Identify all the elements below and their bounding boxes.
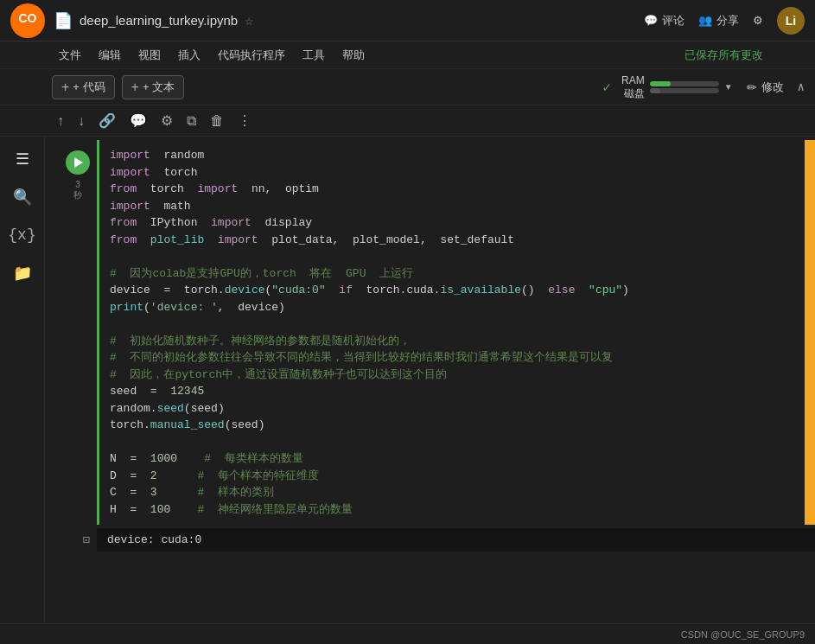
output-gutter: ⊡: [45, 528, 97, 552]
main-layout: ☰ 🔍 {x} 📁 3 秒 import random import: [0, 137, 815, 644]
file-title[interactable]: deep_learning_turkey.ipynb: [80, 13, 238, 28]
drive-icon: 📄: [54, 11, 73, 30]
ram-bar-fill: [650, 81, 671, 86]
saved-label: 已保存所有更改: [684, 48, 763, 63]
cell-time: 3 秒: [73, 180, 82, 201]
share-icon: 👥: [698, 14, 712, 27]
notebook-area: 3 秒 import random import torch from torc…: [45, 137, 815, 644]
menu-bar: 文件 编辑 视图 插入 代码执行程序 工具 帮助 已保存所有更改: [0, 41, 815, 69]
output-text: device: cuda:0: [107, 533, 201, 546]
cell-time-number: 3: [75, 180, 80, 189]
file-info: 📄 deep_learning_turkey.ipynb ☆: [54, 11, 644, 30]
pencil-icon: ✏: [747, 80, 757, 94]
disk-bar: [650, 88, 719, 93]
avatar[interactable]: Li: [777, 7, 805, 35]
cell-settings-button[interactable]: ⚙: [156, 110, 178, 131]
move-up-button[interactable]: ↑: [52, 111, 69, 131]
add-code-button[interactable]: + + 代码: [52, 75, 115, 99]
status-bar: CSDN @OUC_SE_GROUP9: [0, 623, 815, 644]
disk-text: 磁盘: [624, 87, 645, 99]
menu-tools[interactable]: 工具: [296, 45, 332, 66]
more-cell-button[interactable]: ⋮: [232, 110, 257, 131]
plus-text-icon: +: [131, 80, 139, 95]
disk-bar-fill: [650, 88, 660, 93]
top-bar: CO 📄 deep_learning_turkey.ipynb ☆ 💬 评论 👥…: [0, 0, 815, 41]
menu-view[interactable]: 视图: [131, 45, 168, 66]
cell-time-unit: 秒: [73, 189, 82, 201]
cell-code-content[interactable]: import random import torch from torch im…: [97, 140, 805, 525]
cell-right-indicator: [805, 140, 815, 525]
ram-text: RAM: [621, 74, 645, 86]
menu-help[interactable]: 帮助: [335, 45, 372, 66]
svg-text:CO: CO: [19, 11, 37, 25]
play-icon: [74, 157, 83, 168]
sidebar-menu-icon[interactable]: ☰: [7, 143, 38, 175]
add-text-button[interactable]: + + 文本: [122, 75, 185, 99]
code-cell: 3 秒 import random import torch from torc…: [45, 140, 815, 525]
sidebar-code-icon[interactable]: {x}: [7, 220, 38, 251]
share-button[interactable]: 👥 分享: [698, 13, 739, 29]
left-sidebar: ☰ 🔍 {x} 📁: [0, 137, 45, 644]
edit-button[interactable]: ✏ 修改: [740, 77, 791, 98]
output-expand-icon[interactable]: ⊡: [83, 532, 90, 547]
output-content: device: cuda:0: [97, 528, 815, 552]
link-button[interactable]: 🔗: [93, 110, 121, 131]
ram-label: RAM 磁盘: [621, 74, 645, 99]
comment-cell-button[interactable]: 💬: [124, 110, 152, 131]
plus-icon: +: [61, 80, 69, 95]
toolbar: + + 代码 + + 文本 ✓ RAM 磁盘 ▼ ✏ 修改 ∧: [0, 69, 815, 105]
colab-logo: CO: [10, 3, 45, 38]
copy-cell-button[interactable]: ⧉: [181, 111, 201, 131]
status-text: CSDN @OUC_SE_GROUP9: [681, 629, 805, 640]
menu-file[interactable]: 文件: [52, 45, 88, 66]
ram-bar: [650, 81, 719, 86]
cell-gutter: 3 秒: [45, 140, 97, 525]
top-actions: 💬 评论 👥 分享 ⚙ Li: [644, 7, 805, 35]
comment-icon: 💬: [644, 14, 658, 27]
add-text-label: + 文本: [143, 80, 175, 95]
cell-toolbar: ↑ ↓ 🔗 💬 ⚙ ⧉ 🗑 ⋮: [0, 105, 815, 137]
check-icon: ✓: [602, 79, 611, 96]
comment-label: 评论: [662, 13, 684, 29]
ram-bar-container: [650, 81, 719, 93]
settings-button[interactable]: ⚙: [753, 14, 763, 27]
run-cell-button[interactable]: [66, 150, 90, 175]
chevron-up-icon[interactable]: ∧: [798, 80, 805, 94]
move-down-button[interactable]: ↓: [73, 111, 90, 131]
output-cell: ⊡ device: cuda:0: [45, 528, 815, 552]
add-code-label: + 代码: [73, 80, 105, 95]
sidebar-search-icon[interactable]: 🔍: [7, 182, 38, 213]
menu-runtime[interactable]: 代码执行程序: [211, 45, 292, 66]
comment-button[interactable]: 💬 评论: [644, 13, 684, 29]
star-icon[interactable]: ☆: [245, 12, 253, 29]
ram-dropdown-arrow[interactable]: ▼: [724, 82, 733, 92]
menu-insert[interactable]: 插入: [171, 45, 207, 66]
menu-edit[interactable]: 编辑: [92, 45, 128, 66]
delete-cell-button[interactable]: 🗑: [205, 111, 229, 131]
sidebar-files-icon[interactable]: 📁: [7, 258, 38, 289]
gear-icon: ⚙: [753, 14, 763, 27]
share-label: 分享: [716, 13, 739, 29]
edit-label: 修改: [761, 80, 784, 95]
ram-section: RAM 磁盘 ▼: [621, 74, 733, 99]
